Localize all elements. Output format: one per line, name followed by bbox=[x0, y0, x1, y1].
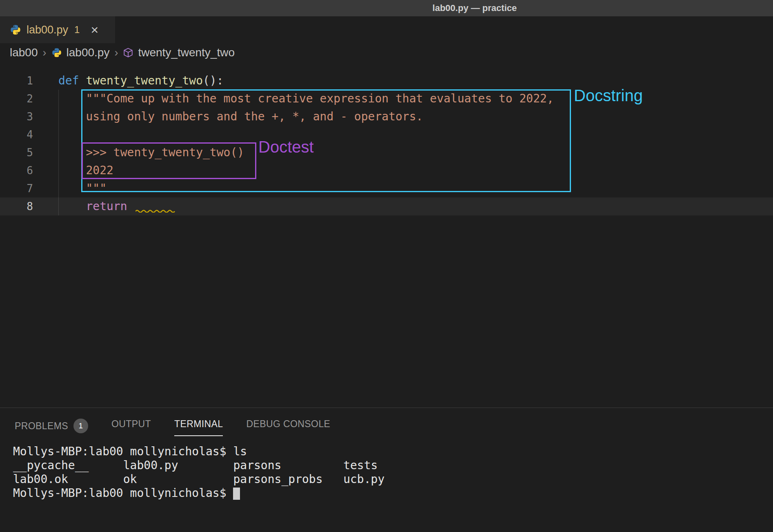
line-number: 6 bbox=[0, 162, 33, 180]
code-line: 2 """Come up with the most creative expr… bbox=[0, 90, 773, 108]
panel-tab-problems[interactable]: PROBLEMS 1 bbox=[15, 408, 88, 439]
line-number: 5 bbox=[0, 144, 33, 162]
line-number: 3 bbox=[0, 108, 33, 126]
code-token: return bbox=[58, 200, 127, 213]
tab-filename: lab00.py bbox=[27, 24, 68, 36]
tab-lab00[interactable]: lab00.py 1 × bbox=[0, 16, 115, 43]
annotation-doctest-label: Doctest bbox=[258, 138, 314, 156]
code-token: (): bbox=[203, 74, 224, 87]
code-line: 6 2022 bbox=[0, 162, 773, 180]
code-token: twenty_twenty_two bbox=[86, 74, 203, 87]
code-line: 1 def twenty_twenty_two(): bbox=[0, 72, 773, 90]
bottom-panel: PROBLEMS 1 OUTPUT TERMINAL DEBUG CONSOLE… bbox=[0, 408, 773, 532]
code-token: >>> twenty_twenty_two() bbox=[58, 146, 244, 159]
panel-tab-output[interactable]: OUTPUT bbox=[111, 408, 151, 435]
terminal-cursor bbox=[233, 488, 240, 500]
terminal-output[interactable]: Mollys-MBP:lab00 mollynicholas$ ls __pyc… bbox=[0, 445, 773, 500]
terminal-line: __pycache__ lab00.py parsons tests bbox=[13, 459, 773, 472]
window-title: lab00.py — practice bbox=[433, 3, 517, 13]
panel-tab-terminal[interactable]: TERMINAL bbox=[174, 408, 223, 436]
line-number: 8 bbox=[0, 197, 33, 215]
symbol-cube-icon bbox=[123, 47, 133, 58]
line-number: 1 bbox=[0, 72, 33, 90]
code-line: 7 """ bbox=[0, 180, 773, 197]
code-line-current: 8 return bbox=[0, 197, 773, 215]
code-token: """Come up with the most creative expres… bbox=[58, 92, 554, 105]
editor: 1 def twenty_twenty_two(): 2 """Come up … bbox=[0, 62, 773, 408]
terminal-line: Mollys-MBP:lab00 mollynicholas$ ls bbox=[13, 445, 773, 459]
panel-tab-label: DEBUG CONSOLE bbox=[246, 419, 330, 430]
tab-problem-count: 1 bbox=[74, 24, 80, 35]
code-token bbox=[127, 200, 134, 213]
code-area[interactable]: 1 def twenty_twenty_two(): 2 """Come up … bbox=[0, 72, 773, 215]
code-line: 3 using only numbers and the +, *, and -… bbox=[0, 108, 773, 126]
panel-tab-bar: PROBLEMS 1 OUTPUT TERMINAL DEBUG CONSOLE bbox=[0, 408, 773, 439]
breadcrumb-item-function[interactable]: twenty_twenty_two bbox=[138, 46, 235, 59]
line-number: 7 bbox=[0, 180, 33, 197]
problems-count-badge: 1 bbox=[73, 419, 88, 433]
line-number: 4 bbox=[0, 126, 33, 144]
code-token: 2022 bbox=[58, 164, 113, 177]
code-line: 5 >>> twenty_twenty_two() bbox=[0, 144, 773, 162]
code-line: 4 bbox=[0, 126, 773, 144]
terminal-line: lab00.ok ok parsons_probs ucb.py bbox=[13, 472, 773, 486]
close-icon[interactable]: × bbox=[91, 23, 98, 36]
chevron-right-icon: › bbox=[114, 47, 118, 59]
breadcrumb-item-folder[interactable]: lab00 bbox=[10, 46, 38, 59]
line-number: 2 bbox=[0, 90, 33, 108]
panel-tab-debug-console[interactable]: DEBUG CONSOLE bbox=[246, 408, 330, 435]
panel-tab-label: TERMINAL bbox=[174, 419, 223, 430]
chevron-right-icon: › bbox=[42, 47, 47, 59]
tab-bar: lab00.py 1 × bbox=[0, 16, 773, 43]
python-icon bbox=[10, 24, 21, 35]
terminal-prompt: Mollys-MBP:lab00 mollynicholas$ bbox=[13, 486, 233, 500]
error-squiggle bbox=[135, 197, 176, 215]
code-token: using only numbers and the +, *, and - o… bbox=[58, 110, 423, 123]
code-token: def bbox=[58, 74, 86, 87]
code-token: """ bbox=[58, 182, 107, 195]
breadcrumb: lab00 › lab00.py › twenty_twenty_two bbox=[0, 43, 773, 62]
terminal-prompt-line: Mollys-MBP:lab00 mollynicholas$ bbox=[13, 486, 773, 500]
annotation-docstring-label: Docstring bbox=[574, 86, 643, 105]
python-icon bbox=[51, 47, 62, 58]
titlebar: lab00.py — practice bbox=[0, 0, 773, 16]
panel-tab-label: PROBLEMS bbox=[15, 421, 68, 432]
panel-tab-label: OUTPUT bbox=[111, 419, 151, 430]
breadcrumb-item-file[interactable]: lab00.py bbox=[67, 46, 110, 59]
